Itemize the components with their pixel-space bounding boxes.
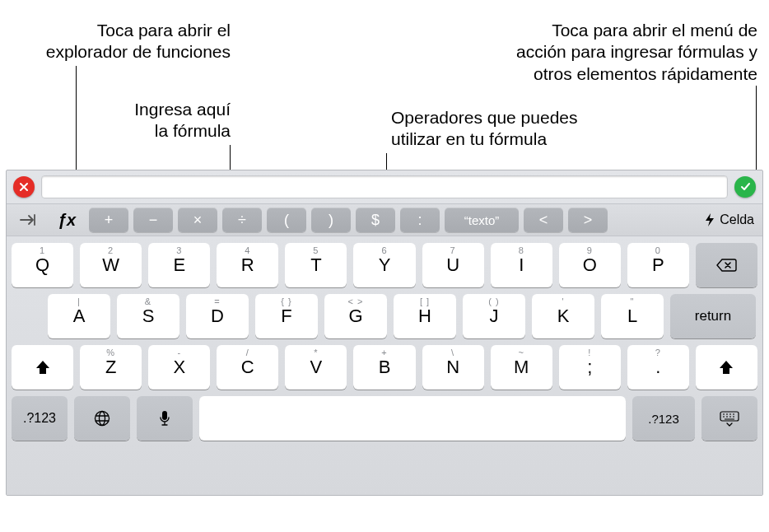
key-sub: \ (422, 348, 484, 357)
backspace-icon (715, 258, 737, 273)
formula-input[interactable] (41, 175, 728, 198)
shift-key-left[interactable] (12, 345, 73, 390)
op-gt[interactable]: > (568, 208, 608, 232)
key-b[interactable]: + B (353, 345, 415, 390)
shift-key-right[interactable] (696, 345, 757, 390)
op-plus[interactable]: + (89, 208, 128, 232)
key-row-4: .?123 .?123 (12, 396, 757, 441)
space-key[interactable] (199, 396, 626, 441)
key-main: M (514, 357, 529, 378)
key-sub: + (353, 348, 415, 357)
key-m[interactable]: ~ M (491, 345, 552, 390)
key-u[interactable]: 7 U (422, 243, 484, 287)
key-main: T (310, 254, 321, 276)
x-icon (19, 182, 29, 192)
op-colon[interactable]: : (400, 208, 440, 232)
cell-action-button[interactable]: Celda (700, 208, 757, 232)
numbers-key-left[interactable]: .?123 (12, 396, 68, 441)
callout-fx-line2: explorador de funciones (46, 41, 231, 63)
key-main: A (73, 306, 86, 327)
key-h[interactable]: [ ] H (394, 294, 456, 338)
op-lparen[interactable]: ( (267, 208, 306, 232)
key-l[interactable]: " L (601, 294, 664, 338)
cancel-button[interactable] (13, 176, 35, 198)
mic-icon (158, 409, 171, 427)
callout-formula: Ingresa aquí la fórmula (134, 99, 231, 142)
key-c[interactable]: / C (217, 345, 278, 390)
key-o[interactable]: 9 O (559, 243, 621, 287)
key-main: Z (105, 357, 116, 378)
key-e[interactable]: 3 E (148, 243, 210, 287)
key-sub: 1 (12, 245, 73, 255)
tab-key-button[interactable] (12, 208, 44, 232)
key-main: C (241, 357, 254, 378)
fx-label: ƒx (58, 211, 76, 230)
svg-point-1 (100, 412, 105, 426)
functions-browser-button[interactable]: ƒx (49, 208, 84, 232)
key-r[interactable]: 4 R (217, 243, 278, 287)
key-row-1: 1 Q 2 W 3 E 4 R 5 T 6 Y 7 U 8 I 9 O 0 P (12, 243, 757, 287)
key-j[interactable]: ( ) J (463, 294, 525, 338)
formula-bar (7, 170, 762, 203)
op-text[interactable]: “texto” (445, 208, 519, 232)
key-i[interactable]: 8 I (491, 243, 552, 287)
key-a[interactable]: | A (48, 294, 110, 338)
return-key[interactable]: return (670, 294, 756, 338)
key-sub: & (117, 296, 179, 306)
op-lt[interactable]: < (524, 208, 563, 232)
key-sub: - (148, 348, 210, 357)
key-sub: 5 (285, 245, 347, 255)
key-f[interactable]: { } F (255, 294, 318, 338)
key-sub: [ ] (394, 296, 456, 306)
key-;[interactable]: ! ; (559, 345, 621, 390)
key-sub: 0 (627, 245, 689, 255)
key-sub: < > (324, 296, 387, 306)
key-main: ; (587, 357, 592, 378)
key-main: S (142, 306, 155, 327)
key-main: V (310, 357, 323, 378)
svg-rect-2 (162, 411, 167, 420)
numbers-key-right[interactable]: .?123 (632, 396, 695, 441)
hide-keyboard-key[interactable] (701, 396, 757, 441)
key-n[interactable]: \ N (422, 345, 484, 390)
key-t[interactable]: 5 T (285, 243, 347, 287)
key-x[interactable]: - X (148, 345, 210, 390)
key-sub: 9 (559, 245, 621, 255)
key-q[interactable]: 1 Q (12, 243, 73, 287)
callout-formula-line2: la fórmula (134, 120, 231, 142)
key-p[interactable]: 0 P (627, 243, 689, 287)
key-g[interactable]: < > G (324, 294, 387, 338)
key-z[interactable]: % Z (80, 345, 142, 390)
key-sub: ' (532, 296, 594, 306)
key-main: . (655, 357, 660, 378)
key-s[interactable]: & S (117, 294, 179, 338)
key-sub: { } (255, 296, 318, 306)
op-minus[interactable]: − (133, 208, 173, 232)
callout-cell-line2: acción para ingresar fórmulas y (516, 41, 757, 63)
key-.[interactable]: ? . (627, 345, 689, 390)
key-main: R (241, 254, 254, 276)
key-main: F (281, 306, 291, 327)
op-divide[interactable]: ÷ (222, 208, 262, 232)
op-rparen[interactable]: ) (311, 208, 351, 232)
delete-key[interactable] (696, 243, 757, 287)
cell-label: Celda (720, 212, 754, 227)
key-d[interactable]: = D (186, 294, 249, 338)
lightning-icon (703, 212, 716, 227)
key-main: H (418, 306, 431, 327)
op-dollar[interactable]: $ (356, 208, 395, 232)
shift-icon (35, 359, 51, 376)
key-sub: ( ) (463, 296, 525, 306)
key-main: E (173, 254, 185, 276)
key-v[interactable]: * V (285, 345, 347, 390)
globe-key[interactable] (74, 396, 130, 441)
key-y[interactable]: 6 Y (353, 243, 415, 287)
key-k[interactable]: ' K (532, 294, 594, 338)
key-sub: 3 (148, 245, 210, 255)
op-times[interactable]: × (178, 208, 217, 232)
dictation-key[interactable] (137, 396, 193, 441)
confirm-button[interactable] (734, 176, 756, 198)
shift-icon (718, 359, 734, 376)
globe-icon (93, 409, 111, 427)
key-w[interactable]: 2 W (80, 243, 142, 287)
